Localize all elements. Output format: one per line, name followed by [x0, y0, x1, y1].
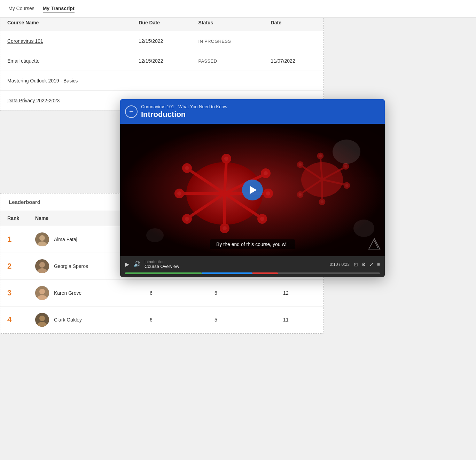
svg-point-10	[39, 316, 45, 321]
progress-fill-remaining	[252, 272, 278, 274]
track-label-small: Introduction	[145, 260, 326, 264]
time-display: 0:10 / 0:23	[330, 262, 350, 267]
back-button[interactable]: ←	[125, 105, 138, 118]
person-name: Karen Grove	[54, 290, 81, 296]
time-current: 0:10	[330, 262, 338, 267]
time-total: 0:23	[341, 262, 349, 267]
nav-my-courses[interactable]: My Courses	[8, 4, 34, 13]
stat-cell: 11	[248, 307, 323, 333]
volume-button[interactable]: 🔊	[133, 261, 140, 268]
svg-point-7	[39, 289, 45, 294]
stat-cell: 5	[184, 307, 248, 333]
video-title: Introduction	[141, 110, 378, 119]
svg-point-25	[265, 190, 272, 197]
avatar	[35, 313, 49, 327]
svg-line-20	[225, 160, 226, 193]
video-header: ← Coronavirus 101 - What You Need to Kno…	[120, 99, 385, 124]
due-date-cell: 12/15/2022	[132, 31, 191, 51]
course-link-outlook[interactable]: Mastering Outlook 2019 - Basics	[7, 78, 78, 84]
svg-point-1	[39, 235, 45, 241]
course-link-coronavirus[interactable]: Coronavirus 101	[7, 38, 43, 44]
track-label-main: Course Overview	[145, 264, 326, 269]
progress-fill-current	[202, 272, 252, 274]
svg-point-27	[259, 215, 266, 222]
settings-icon[interactable]: ⚙	[361, 262, 366, 267]
col-rank: Rank	[0, 211, 28, 226]
video-controls-bar: ▶ 🔊 Introduction Course Overview 0:10 / …	[120, 256, 385, 272]
rank-number: 1	[7, 235, 11, 244]
leaderboard-row: 4 Clark Oakley 6 5 11	[0, 307, 323, 333]
date-cell	[264, 71, 323, 91]
svg-point-45	[146, 228, 164, 242]
svg-point-4	[39, 262, 45, 268]
stat-cell: 6	[184, 280, 248, 307]
course-link-privacy[interactable]: Data Privacy 2022-2023	[7, 98, 60, 103]
rank-number: 3	[7, 288, 11, 297]
video-player-overlay: ← Coronavirus 101 - What You Need to Kno…	[120, 99, 385, 277]
play-icon	[250, 186, 257, 194]
video-subtitle: Coronavirus 101 - What You Need to Know:	[141, 104, 378, 109]
person-name: Clark Oakley	[54, 317, 82, 323]
due-date-cell: 12/15/2022	[132, 51, 191, 71]
svg-point-23	[262, 170, 269, 177]
courses-table: Course Name Due Date Status Date Coronav…	[0, 14, 323, 111]
svg-point-38	[318, 153, 323, 158]
rank-number: 4	[7, 315, 11, 324]
table-row: Coronavirus 101 12/15/2022 IN PROGRESS	[0, 31, 323, 51]
table-row: Mastering Outlook 2019 - Basics	[0, 71, 323, 91]
svg-point-29	[221, 225, 228, 232]
watermark-icon	[368, 238, 381, 252]
person-name: Georgia Speros	[54, 263, 88, 269]
progress-track[interactable]	[125, 272, 380, 274]
person-name: Alma Fataj	[54, 237, 77, 242]
svg-point-36	[344, 183, 349, 188]
progress-fill-completed	[125, 272, 202, 274]
stat-cell: 12	[248, 280, 323, 307]
leaderboard-row: 3 Karen Grove 6 6 12	[0, 280, 323, 307]
svg-point-21	[223, 155, 230, 162]
controls-right: ⊡ ⚙ ⤢ ≡	[354, 262, 380, 267]
date-cell	[264, 31, 323, 51]
course-link-email[interactable]: Email etiquette	[7, 58, 40, 64]
svg-point-44	[353, 220, 374, 237]
svg-point-34	[343, 164, 348, 169]
svg-point-43	[333, 140, 360, 164]
courses-panel: Course Name Due Date Status Date Coronav…	[0, 14, 324, 111]
col-name: Name	[28, 211, 119, 226]
menu-icon[interactable]: ≡	[377, 262, 380, 267]
table-row: Email etiquette 12/15/2022 PASSED 11/07/…	[0, 51, 323, 71]
expand-icon[interactable]: ⤢	[369, 262, 374, 267]
video-caption: By the end of this course, you will	[210, 239, 295, 249]
stat-cell: 6	[119, 307, 184, 333]
rank-number: 2	[7, 262, 11, 270]
svg-marker-46	[369, 239, 380, 249]
svg-point-40	[298, 192, 303, 197]
cc-icon[interactable]: ⊡	[354, 262, 358, 267]
avatar	[35, 259, 49, 273]
status-badge: PASSED	[198, 58, 217, 64]
progress-area[interactable]	[120, 272, 385, 277]
svg-point-17	[176, 190, 183, 197]
top-navigation: My Courses My Transcript	[0, 0, 476, 18]
status-badge	[192, 71, 264, 91]
status-badge: IN PROGRESS	[198, 39, 231, 44]
play-button[interactable]	[242, 180, 263, 200]
play-pause-button[interactable]: ▶	[125, 261, 129, 268]
back-arrow-icon: ←	[128, 108, 134, 115]
svg-point-15	[184, 165, 190, 172]
svg-point-32	[298, 162, 303, 167]
nav-my-transcript[interactable]: My Transcript	[43, 4, 75, 13]
svg-point-42	[320, 199, 325, 204]
video-container[interactable]: By the end of this course, you will	[120, 124, 385, 256]
due-date-cell	[132, 71, 191, 91]
avatar	[35, 286, 49, 300]
date-cell: 11/07/2022	[264, 51, 323, 71]
stat-cell: 6	[119, 280, 184, 307]
track-info: Introduction Course Overview	[145, 260, 326, 269]
svg-point-19	[184, 215, 190, 222]
avatar	[35, 232, 49, 246]
